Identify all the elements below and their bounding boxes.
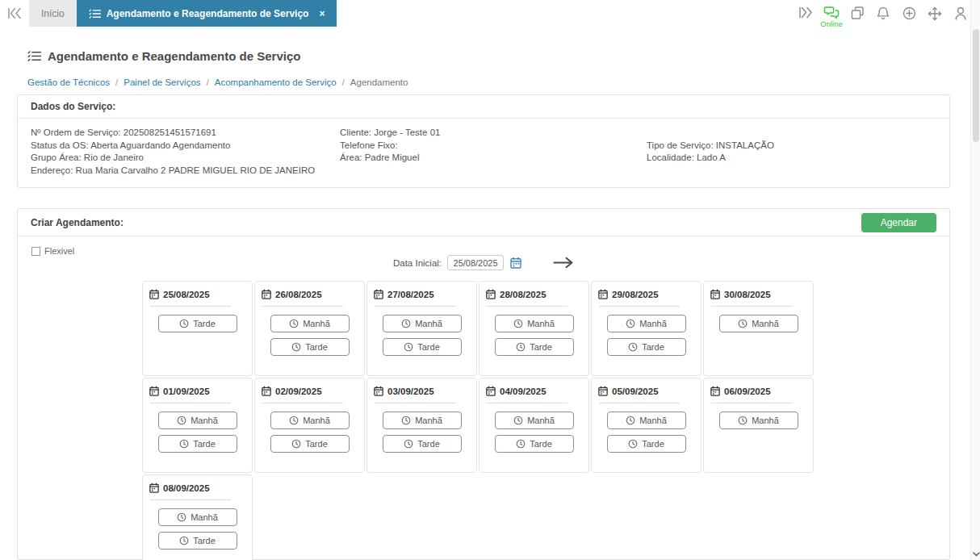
datepicker-calendar-icon[interactable] (510, 257, 521, 269)
card-slots: Manhã Tarde (374, 412, 470, 453)
schedule-day-card: 25/08/2025 Tarde (142, 281, 253, 376)
clock-icon (179, 439, 189, 449)
service-field (340, 165, 647, 178)
card-slots: Manhã Tarde (262, 315, 358, 356)
card-header: 25/08/2025 (149, 289, 245, 299)
clock-icon (289, 416, 299, 425)
card-divider (487, 403, 567, 403)
clock-icon (179, 319, 189, 328)
breadcrumb-item[interactable]: Acompanhamento de Serviço (215, 77, 337, 87)
card-header: 30/08/2025 (710, 289, 806, 299)
add-circle-icon[interactable] (901, 6, 917, 21)
clock-icon (628, 439, 638, 449)
calendar-icon (710, 386, 720, 396)
time-slot-button[interactable]: Manhã (607, 412, 686, 429)
time-slot-button[interactable]: Tarde (495, 435, 574, 453)
card-date: 08/09/2025 (163, 483, 210, 493)
clock-icon (401, 416, 411, 425)
service-field: Grupo Área: Rio de Janeiro (31, 152, 340, 165)
vertical-scrollbar[interactable] (970, 0, 980, 560)
time-slot-button[interactable]: Manhã (158, 412, 237, 429)
flexivel-checkbox[interactable] (31, 247, 40, 256)
schedule-day-card: 08/09/2025 Manhã Tarde (142, 474, 253, 560)
card-slots: Manhã Tarde (598, 412, 694, 453)
service-field: Cliente: Jorge - Teste 01 (340, 127, 647, 140)
card-header: 06/09/2025 (710, 386, 806, 396)
time-slot-button[interactable]: Manhã (719, 412, 798, 429)
time-slot-button[interactable]: Manhã (383, 412, 462, 429)
clock-icon (738, 319, 748, 328)
breadcrumb-item[interactable]: Gestão de Técnicos (27, 77, 110, 87)
card-header: 26/08/2025 (262, 289, 358, 299)
tab-inicio[interactable]: Início (29, 0, 77, 27)
time-slot-button[interactable]: Tarde (158, 435, 237, 453)
chat-online-icon[interactable]: Online (823, 6, 840, 21)
collapse-tabs-icon[interactable] (0, 0, 29, 27)
time-slot-button[interactable]: Tarde (158, 315, 237, 332)
agendar-button[interactable]: Agendar (861, 213, 936, 232)
card-divider (375, 306, 455, 307)
card-date: 06/09/2025 (724, 387, 771, 396)
time-slot-button[interactable]: Tarde (270, 338, 350, 356)
breadcrumb-separator: / (207, 77, 209, 87)
calendar-icon (149, 289, 159, 299)
card-header: 08/09/2025 (149, 483, 245, 493)
scrollbar-down-arrow-icon[interactable] (971, 552, 980, 557)
service-field (647, 127, 936, 140)
notifications-bell-icon[interactable] (875, 6, 891, 21)
clock-icon (291, 439, 301, 449)
time-slot-button[interactable]: Manhã (607, 315, 686, 332)
next-week-arrow-icon[interactable] (553, 257, 574, 269)
time-slot-button[interactable]: Tarde (158, 532, 237, 550)
clock-icon (404, 439, 413, 449)
card-slots: Manhã Tarde (486, 315, 582, 356)
online-status-label: Online (820, 19, 842, 28)
slot-label: Manhã (303, 416, 330, 425)
time-slot-button[interactable]: Tarde (383, 338, 462, 356)
time-slot-button[interactable]: Manhã (270, 315, 350, 332)
tab-close-icon[interactable]: × (319, 8, 325, 19)
time-slot-button[interactable]: Manhã (383, 315, 462, 332)
time-slot-button[interactable]: Manhã (270, 412, 350, 429)
schedule-day-card: 06/09/2025 Manhã (703, 378, 814, 473)
time-slot-button[interactable]: Tarde (607, 435, 686, 453)
calendar-icon (486, 289, 496, 299)
card-date: 29/08/2025 (612, 290, 659, 299)
schedule-day-card: 28/08/2025 Manhã Tarde (479, 281, 589, 376)
schedule-panel-header: Criar Agendamento: Agendar (18, 209, 949, 236)
time-slot-button[interactable]: Tarde (495, 338, 574, 356)
copy-windows-icon[interactable] (849, 6, 865, 21)
schedule-day-card: 29/08/2025 Manhã Tarde (591, 281, 701, 376)
card-date: 30/08/2025 (724, 290, 771, 299)
card-header: 03/09/2025 (374, 386, 470, 396)
service-data-grid: Nº Ordem de Serviço: 202508251451571691C… (18, 119, 949, 177)
user-profile-icon[interactable] (953, 6, 969, 21)
move-pan-icon[interactable] (927, 6, 943, 21)
scrollbar-thumb[interactable] (973, 29, 979, 142)
calendar-icon (374, 289, 383, 299)
time-slot-button[interactable]: Manhã (495, 315, 574, 332)
time-slot-button[interactable]: Tarde (270, 435, 350, 453)
card-divider (150, 499, 231, 500)
time-slot-button[interactable]: Manhã (495, 412, 574, 429)
slot-label: Manhã (191, 416, 218, 425)
calendar-icon (486, 386, 496, 396)
card-header: 28/08/2025 (486, 289, 582, 299)
tab-agendamento[interactable]: Agendamento e Reagendamento de Serviço × (77, 0, 337, 27)
time-slot-button[interactable]: Tarde (383, 435, 462, 453)
time-slot-button[interactable]: Manhã (719, 315, 798, 332)
card-slots: Tarde (149, 315, 245, 332)
clock-icon (177, 416, 186, 425)
time-slot-button[interactable]: Tarde (607, 338, 686, 356)
schedule-day-card: 27/08/2025 Manhã Tarde (366, 281, 477, 376)
slot-label: Tarde (642, 342, 664, 352)
data-inicial-input[interactable] (447, 255, 504, 270)
card-slots: Manhã (710, 315, 806, 332)
time-slot-button[interactable]: Manhã (158, 508, 237, 526)
slot-label: Manhã (415, 416, 442, 425)
fast-forward-tabs-icon[interactable] (798, 6, 814, 21)
tab-agendamento-label: Agendamento e Reagendamento de Serviço (107, 8, 309, 19)
breadcrumb-item: Agendamento (350, 77, 408, 87)
breadcrumb-item[interactable]: Painel de Serviços (124, 77, 200, 87)
topbar-actions: Online (798, 0, 980, 27)
